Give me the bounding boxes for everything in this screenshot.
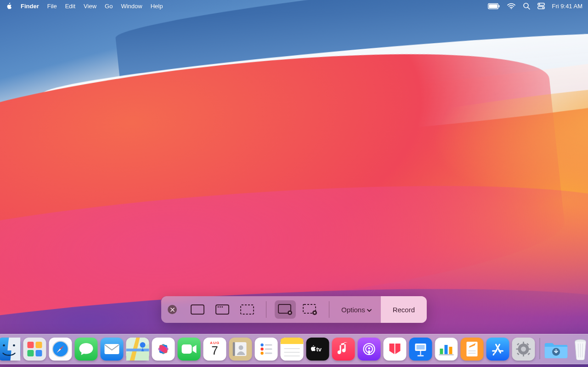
record-selection-button[interactable] (300, 300, 321, 319)
dock-app-keynote[interactable] (409, 338, 432, 361)
dock-trash[interactable] (571, 338, 588, 361)
svg-point-48 (260, 344, 263, 346)
svg-point-3 (510, 8, 511, 9)
apple-menu-icon[interactable] (6, 2, 12, 10)
dock-app-system-preferences[interactable] (512, 338, 535, 361)
battery-icon[interactable] (488, 3, 500, 9)
svg-rect-10 (191, 305, 204, 314)
menubar-left: Finder File Edit View Go Window Help (6, 2, 163, 10)
svg-rect-65 (417, 345, 425, 350)
dock-app-reminders[interactable] (255, 338, 278, 361)
dock-separator (540, 338, 540, 359)
svg-point-63 (368, 347, 370, 350)
toolbar-divider (266, 301, 266, 318)
svg-rect-69 (445, 345, 448, 354)
svg-rect-84 (517, 353, 519, 355)
svg-rect-79 (516, 349, 519, 350)
svg-rect-11 (216, 305, 229, 314)
svg-point-13 (220, 306, 221, 308)
dock-app-contacts[interactable] (229, 338, 252, 361)
menubar: Finder File Edit View Go Window Help Fri… (0, 0, 588, 12)
capture-window-button[interactable] (212, 300, 233, 319)
svg-rect-77 (523, 342, 524, 344)
dock-app-notes[interactable] (281, 338, 304, 361)
svg-point-9 (542, 7, 543, 8)
menubar-item-view[interactable]: View (84, 3, 96, 10)
calendar-day-label: 7 (211, 344, 218, 356)
capture-mode-group (181, 296, 263, 323)
dock-app-appstore[interactable] (486, 338, 509, 361)
control-center-icon[interactable] (537, 3, 545, 9)
dock-app-facetime[interactable] (178, 338, 201, 361)
svg-line-5 (528, 7, 530, 9)
toolbar-divider (329, 301, 329, 318)
primary-action-label: Record (393, 306, 415, 314)
dock-app-messages[interactable] (75, 338, 98, 361)
wifi-icon[interactable] (507, 3, 515, 9)
menubar-clock[interactable]: Fri 9:41 AM (552, 3, 582, 10)
screenshot-toolbar: Options Record (161, 296, 427, 323)
svg-rect-67 (418, 355, 424, 356)
dock-app-numbers[interactable] (435, 338, 458, 361)
svg-point-76 (521, 347, 526, 352)
menubar-item-go[interactable]: Go (105, 3, 113, 10)
svg-rect-28 (36, 350, 42, 356)
svg-rect-46 (233, 342, 235, 356)
svg-rect-49 (265, 344, 272, 345)
svg-point-12 (218, 306, 219, 308)
dock: AUG 7 tv (0, 334, 588, 364)
capture-entire-screen-button[interactable] (187, 300, 208, 319)
screenshot-close-button[interactable] (168, 305, 177, 314)
dock-app-tv[interactable]: tv (306, 338, 329, 361)
menubar-item-file[interactable]: File (47, 3, 57, 10)
dock-app-music[interactable] (332, 338, 355, 361)
svg-point-21 (314, 312, 316, 314)
record-entire-screen-button[interactable] (275, 300, 296, 319)
svg-rect-56 (281, 342, 304, 344)
svg-rect-1 (489, 4, 498, 8)
svg-point-23 (3, 344, 5, 347)
screenshot-options-button[interactable]: Options (332, 296, 381, 323)
svg-rect-33 (105, 344, 119, 354)
dock-app-podcasts[interactable] (358, 338, 381, 361)
dock-app-photos[interactable] (152, 338, 175, 361)
menubar-item-help[interactable]: Help (151, 3, 163, 10)
svg-point-14 (221, 306, 223, 308)
svg-rect-80 (529, 349, 531, 350)
svg-text:tv: tv (317, 346, 322, 353)
dock-folder-downloads[interactable] (545, 338, 568, 361)
dock-app-pages[interactable] (461, 338, 484, 361)
dock-app-mail[interactable] (101, 338, 124, 361)
dock-app-finder[interactable] (0, 338, 21, 361)
svg-rect-78 (523, 354, 524, 356)
menubar-right: Fri 9:41 AM (488, 2, 582, 10)
dock-app-maps[interactable] (126, 338, 149, 361)
svg-rect-81 (517, 343, 519, 345)
svg-point-7 (538, 4, 540, 5)
svg-point-52 (260, 352, 263, 355)
svg-point-35 (140, 342, 146, 348)
svg-rect-25 (28, 342, 34, 348)
menubar-item-edit[interactable]: Edit (65, 3, 75, 10)
dock-app-safari[interactable] (49, 338, 72, 361)
screenshot-primary-action-button[interactable]: Record (381, 296, 427, 323)
svg-rect-2 (498, 5, 499, 7)
svg-point-24 (13, 344, 15, 347)
svg-rect-53 (265, 352, 272, 354)
record-mode-group (269, 296, 326, 323)
svg-rect-82 (528, 353, 530, 355)
dock-app-launchpad[interactable] (23, 338, 46, 361)
capture-selection-button[interactable] (237, 300, 258, 319)
svg-point-18 (289, 312, 291, 314)
dock-container: AUG 7 tv (0, 334, 588, 364)
svg-rect-15 (241, 305, 254, 314)
menubar-app-name[interactable]: Finder (21, 3, 39, 10)
svg-rect-51 (265, 348, 272, 350)
svg-point-50 (260, 348, 263, 350)
menubar-item-window[interactable]: Window (121, 3, 142, 10)
svg-rect-26 (36, 342, 42, 348)
svg-point-47 (239, 345, 243, 350)
spotlight-icon[interactable] (523, 2, 530, 10)
dock-app-news[interactable] (384, 338, 407, 361)
dock-app-calendar[interactable]: AUG 7 (204, 338, 226, 361)
